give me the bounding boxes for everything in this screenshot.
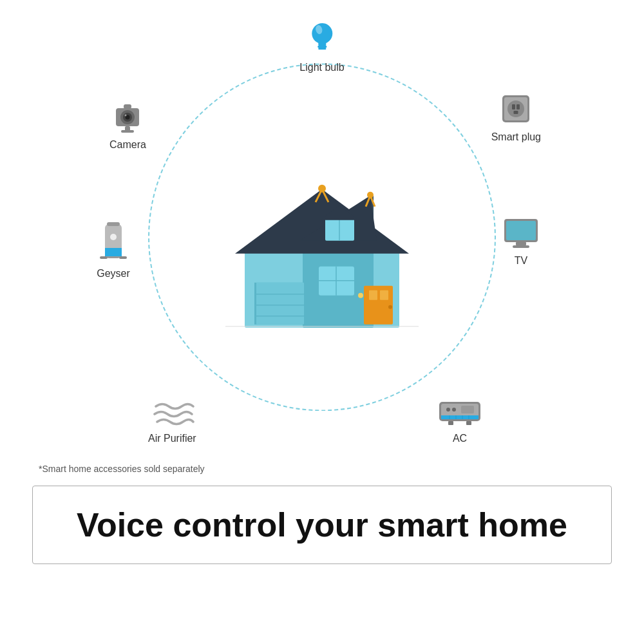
svg-marker-4 xyxy=(235,189,409,254)
svg-rect-70 xyxy=(466,421,471,425)
svg-point-38 xyxy=(125,115,127,117)
svg-rect-69 xyxy=(448,421,453,425)
lightbulb-icon xyxy=(305,19,339,58)
device-camera: Camera xyxy=(109,97,146,151)
svg-point-66 xyxy=(446,408,450,412)
device-airpurifier: Air Purifier xyxy=(148,397,196,444)
svg-rect-7 xyxy=(256,283,304,325)
svg-rect-31 xyxy=(317,46,327,48)
svg-rect-68 xyxy=(461,406,474,413)
house-illustration xyxy=(206,154,438,334)
voice-control-text: Voice control your smart home xyxy=(59,506,585,544)
device-lightbulb: Light bulb xyxy=(299,19,344,73)
svg-rect-49 xyxy=(107,222,120,226)
circle-diagram: Light bulb xyxy=(97,19,547,483)
svg-rect-39 xyxy=(124,104,131,109)
svg-rect-30 xyxy=(318,42,326,46)
camera-icon xyxy=(109,97,146,135)
svg-point-25 xyxy=(318,185,326,193)
device-smartplug: Smart plug xyxy=(491,90,541,143)
ac-icon xyxy=(437,398,483,429)
svg-rect-53 xyxy=(119,256,127,259)
svg-point-44 xyxy=(507,100,524,117)
svg-rect-47 xyxy=(514,111,518,114)
svg-rect-61 xyxy=(441,415,478,419)
device-ac: AC xyxy=(437,398,483,444)
smartplug-label: Smart plug xyxy=(491,131,541,143)
svg-point-54 xyxy=(110,234,117,240)
smartplug-icon xyxy=(497,90,535,128)
svg-point-28 xyxy=(358,293,363,298)
svg-rect-16 xyxy=(380,290,388,300)
svg-rect-58 xyxy=(513,245,529,248)
svg-rect-52 xyxy=(100,256,108,259)
geyser-label: Geyser xyxy=(97,268,130,279)
tv-icon xyxy=(501,213,541,251)
svg-point-29 xyxy=(312,23,332,44)
airpurifier-icon xyxy=(149,397,194,429)
svg-rect-45 xyxy=(512,104,515,109)
camera-label: Camera xyxy=(109,139,146,151)
ac-label: AC xyxy=(453,433,467,444)
svg-point-17 xyxy=(388,305,392,309)
svg-rect-32 xyxy=(318,48,326,50)
svg-rect-15 xyxy=(369,290,377,300)
voice-control-box: Voice control your smart home xyxy=(32,486,612,564)
lightbulb-label: Light bulb xyxy=(299,62,344,73)
svg-rect-51 xyxy=(105,248,122,256)
svg-rect-14 xyxy=(364,286,393,325)
svg-rect-41 xyxy=(121,130,134,133)
svg-point-26 xyxy=(367,192,374,198)
svg-rect-46 xyxy=(516,104,520,109)
geyser-icon xyxy=(97,219,130,264)
svg-rect-56 xyxy=(506,221,536,240)
tv-label: TV xyxy=(515,255,527,267)
airpurifier-label: Air Purifier xyxy=(148,433,196,444)
svg-rect-57 xyxy=(516,242,526,245)
main-container: Light bulb xyxy=(0,0,644,644)
device-geyser: Geyser xyxy=(97,219,130,279)
device-tv: TV xyxy=(501,213,541,267)
svg-point-67 xyxy=(452,408,456,412)
